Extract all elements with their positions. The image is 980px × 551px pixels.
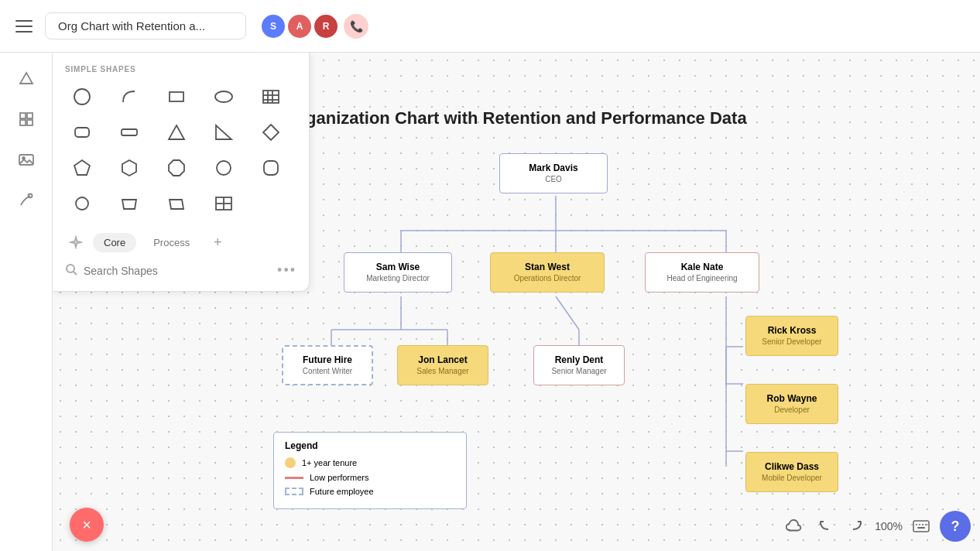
legend-dash-future [285,488,303,495]
senior-mgr-box[interactable]: Renly Dent Senior Manager [533,345,625,385]
title-box[interactable]: Org Chart with Retention a... [45,12,246,39]
tab-add-button[interactable]: + [207,231,228,253]
svg-marker-19 [216,125,231,139]
ceo-role: CEO [545,174,562,185]
topbar: Org Chart with Retention a... S A R 📞 [0,0,980,53]
svg-rect-11 [263,91,279,103]
sr-dev-name: Rick Kross [768,324,817,337]
close-icon: × [82,516,91,534]
legend-label-low: Low performers [310,473,368,482]
future-hire-box[interactable]: Future Hire Content Writer [282,345,373,385]
document-title: Org Chart with Retention a... [58,19,205,33]
more-options-icon[interactable]: ••• [277,262,296,279]
avatar-2: A [288,15,311,38]
legend-item-tenure: 1+ year tenure [285,457,455,468]
undo-btn[interactable] [813,514,838,539]
shape-pentagon[interactable] [65,152,99,183]
legend-label-tenure: 1+ year tenure [302,458,357,467]
shape-ellipse[interactable] [207,81,241,112]
svg-line-43 [556,296,579,330]
menu-button[interactable] [12,17,36,36]
shape-grid[interactable] [207,188,241,219]
svg-point-8 [74,89,90,104]
search-input[interactable] [84,265,271,277]
left-sidebar [0,53,53,551]
redo-btn[interactable] [844,514,869,539]
svg-point-10 [215,91,232,102]
shape-rounded-rect[interactable] [65,117,99,148]
shapes-grid [65,81,296,219]
shape-arc[interactable] [112,81,146,112]
svg-marker-22 [122,160,136,176]
dev-name: Rob Wayne [767,392,817,406]
shape-hexagon[interactable] [112,152,146,183]
future-name: Future Hire [303,354,352,367]
marketing-name: Sam Wise [376,261,420,274]
svg-marker-20 [263,125,279,140]
legend-label-future: Future employee [310,487,374,496]
svg-marker-23 [169,160,184,176]
operations-box[interactable]: Stan West Operations Director [490,252,605,293]
search-icon [65,263,77,279]
ceo-box[interactable]: Mark Davis CEO [499,153,608,193]
senior-mgr-role: Senior Manager [551,366,606,377]
shape-rect[interactable] [159,81,194,112]
legend-title: Legend [285,440,455,451]
svg-rect-9 [170,92,183,101]
sales-box[interactable]: Jon Lancet Sales Manager [397,345,488,385]
shape-circle-outline[interactable] [207,152,241,183]
svg-line-33 [74,272,77,275]
svg-rect-2 [27,113,33,118]
tab-sparkle-icon[interactable] [65,231,87,253]
shape-right-triangle[interactable] [207,117,241,148]
help-button[interactable]: ? [940,511,971,542]
senior-mgr-name: Renly Dent [555,354,604,367]
sr-dev-role: Senior Developer [762,337,821,347]
sales-name: Jon Lancet [418,354,467,367]
svg-rect-3 [20,120,26,125]
cloud-save-btn[interactable] [782,514,807,539]
sidebar-draw-btn[interactable] [9,183,43,217]
shape-triangle[interactable] [159,117,194,148]
shape-thin-rect[interactable] [112,117,146,148]
sidebar-grid-btn[interactable] [9,102,43,136]
future-role: Content Writer [303,366,352,377]
call-icon[interactable]: 📞 [344,14,368,39]
operations-name: Stan West [525,261,570,274]
dev-role: Developer [774,405,810,416]
keyboard-btn[interactable] [909,514,934,539]
svg-marker-27 [122,200,136,209]
shape-circle-sm[interactable] [65,188,99,219]
ceo-name: Mark Davis [529,162,577,175]
svg-point-32 [67,265,74,272]
sidebar-image-btn[interactable] [9,142,43,176]
shape-trapezoid[interactable] [112,188,146,219]
engineering-box[interactable]: Kale Nate Head of Engineering [645,252,759,293]
shapes-panel: SIMPLE SHAPES [53,53,310,292]
shape-diamond[interactable] [254,117,288,148]
shape-table[interactable] [254,81,288,112]
svg-rect-25 [264,161,278,175]
svg-rect-1 [20,113,26,118]
legend-dot-tenure [285,457,296,468]
close-panel-button[interactable]: × [70,508,104,542]
mobile-dev-box[interactable]: Clikwe Dass Mobile Developer [745,452,838,492]
svg-point-24 [217,161,231,175]
sr-dev-box[interactable]: Rick Kross Senior Developer [745,316,838,356]
svg-rect-17 [122,129,137,135]
tab-process[interactable]: Process [142,233,200,252]
bottom-controls: 100% ? [782,511,971,542]
shapes-section-title: SIMPLE SHAPES [65,65,296,74]
shape-circle[interactable] [65,81,99,112]
marketing-box[interactable]: Sam Wise Marketing Director [344,252,452,293]
svg-marker-18 [169,125,184,139]
tab-core[interactable]: Core [93,233,136,252]
shape-octagon[interactable] [159,152,194,183]
shape-parallelogram[interactable] [159,188,194,219]
svg-marker-28 [170,200,183,209]
shape-rounded-square[interactable] [254,152,288,183]
dev-box[interactable]: Rob Wayne Developer [745,384,838,424]
operations-role: Operations Director [514,273,581,284]
sidebar-shapes-btn[interactable] [9,62,43,96]
mobile-dev-role: Mobile Developer [762,473,822,484]
